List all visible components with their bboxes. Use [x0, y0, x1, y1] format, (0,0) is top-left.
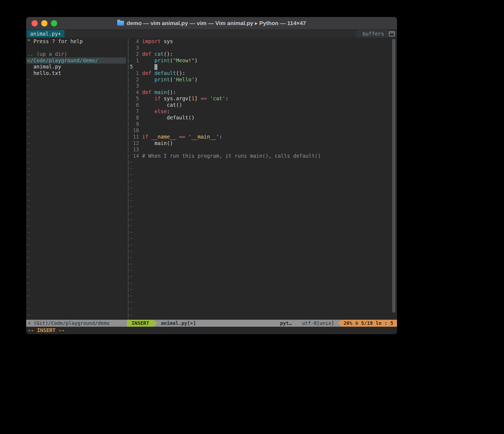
tilde-line: |~	[127, 280, 397, 287]
tilde-line: ~	[27, 210, 126, 216]
code-line[interactable]: |1 print("Meow!")	[127, 57, 397, 64]
code-token: __name__	[151, 134, 176, 140]
line-number: 12	[130, 140, 139, 147]
code-line[interactable]: |11if __name__ == '__main__':	[127, 134, 397, 140]
code-text: def default():	[142, 70, 185, 76]
tilde-line: |~	[127, 286, 397, 293]
window-separator: |	[127, 318, 130, 320]
code-line[interactable]: |5	[127, 64, 397, 70]
code-token: (	[170, 77, 173, 82]
code-line[interactable]: |2def cat():	[127, 51, 397, 57]
tilde-line: ~	[27, 242, 126, 248]
tilde-line: |~	[127, 185, 397, 191]
window-separator: |	[127, 95, 130, 101]
tilde-line: ~	[27, 229, 126, 236]
line-number: 14	[130, 153, 139, 159]
statusline-mode-badge: INSERT	[127, 320, 154, 327]
tilde-line: |~	[127, 172, 397, 178]
tilde-line: ~	[27, 318, 126, 320]
tilde-line: ~	[27, 299, 126, 305]
code-token: print	[154, 77, 170, 82]
tilde-line: ~	[27, 286, 126, 293]
window-separator: |	[127, 77, 130, 82]
powerline-arrow-icon	[338, 320, 341, 327]
code-text: main()	[142, 140, 173, 146]
tree-item[interactable]: hello.txt	[27, 70, 126, 77]
tree-item[interactable]: " Press ? for help	[27, 38, 126, 45]
code-line[interactable]: |2 print('Hello')	[127, 77, 397, 83]
code-token: default()	[142, 115, 194, 120]
tree-item[interactable]: animal.py	[27, 64, 126, 70]
zoom-button[interactable]	[51, 20, 57, 26]
statusline-encoding: utf-8[unix]	[302, 320, 334, 327]
window-separator: |	[127, 108, 130, 114]
nerdtree-pane[interactable]: " Press ? for help.. (up a dir)</Code/pl…	[26, 38, 126, 320]
minimize-button[interactable]	[41, 20, 47, 26]
tilde-line: |~	[127, 159, 397, 166]
code-line[interactable]: |9	[127, 121, 397, 128]
line-number: 1	[130, 57, 139, 64]
code-token: :	[225, 95, 228, 101]
buffers-label[interactable]: buffers	[358, 30, 388, 38]
statusline: < (Git)/Code/playground/demo INSERT anim…	[26, 320, 397, 327]
code-pane[interactable]: |4import sys|3|2def cat():|1 print("Meow…	[126, 38, 397, 320]
tree-item[interactable]: </Code/playground/demo/	[26, 57, 126, 64]
code-line[interactable]: |3	[127, 83, 397, 89]
tree-item[interactable]	[27, 45, 126, 51]
buffers-panel-icon[interactable]	[389, 31, 395, 36]
code-token: ():	[176, 70, 185, 76]
code-line[interactable]: |6 cat()	[127, 102, 397, 108]
window-separator: |	[127, 185, 130, 191]
code-token	[151, 89, 154, 95]
buffer-tab-animal-py[interactable]: animal.py+	[27, 30, 64, 37]
code-line[interactable]: |5 if sys.argv[1] == 'cat':	[127, 95, 397, 102]
code-text: import sys	[142, 38, 173, 44]
code-token	[148, 134, 151, 140]
tilde-line: ~	[27, 185, 126, 191]
powerline-arrow-icon	[355, 30, 358, 38]
tilde-line: ~	[27, 83, 126, 89]
window-separator: |	[127, 197, 130, 203]
code-token	[185, 134, 188, 140]
scrollbar[interactable]	[392, 39, 395, 313]
tilde-line: |~	[127, 216, 397, 223]
statusline-filename: animal.py[+]	[161, 320, 196, 327]
code-line[interactable]: |4def main():	[127, 89, 397, 96]
tilde-line: |~	[127, 318, 397, 320]
traffic-lights	[32, 17, 57, 29]
code-token: import	[142, 38, 161, 44]
tilde-line: ~	[27, 102, 126, 108]
window-separator: |	[127, 159, 130, 165]
code-token: "Meow!"	[173, 57, 195, 63]
window-title-group: demo — vim animal.py — vim — Vim animal.…	[117, 20, 306, 26]
code-line[interactable]: |1def default():	[127, 70, 397, 77]
window-separator: |	[127, 153, 130, 159]
code-token: main	[154, 89, 167, 95]
code-line[interactable]: |12 main()	[127, 140, 397, 147]
window-separator: |	[127, 57, 130, 63]
tilde-line: ~	[27, 197, 126, 204]
code-line[interactable]: |14# When I run this program, it runs ma…	[127, 153, 397, 159]
line-number: 4	[130, 38, 139, 45]
tilde-line: ~	[27, 280, 126, 287]
tilde-line: |~	[127, 197, 397, 204]
tilde-line: |~	[127, 204, 397, 210]
tilde-line: ~	[27, 146, 126, 153]
code-line[interactable]: |10	[127, 127, 397, 134]
code-line[interactable]: |8 default()	[127, 115, 397, 121]
tree-item[interactable]: .. (up a dir)	[27, 51, 126, 57]
code-line[interactable]: |3	[127, 45, 397, 51]
window-separator: |	[127, 172, 130, 178]
code-line[interactable]: |7 else:	[127, 108, 397, 115]
tilde-line: ~	[27, 77, 126, 83]
tilde-line: ~	[27, 178, 126, 185]
tilde-line: ~	[27, 159, 126, 166]
window-separator: |	[127, 134, 130, 140]
code-line[interactable]: |13	[127, 146, 397, 153]
titlebar[interactable]: demo — vim animal.py — vim — Vim animal.…	[26, 17, 397, 30]
close-button[interactable]	[32, 20, 38, 26]
line-number: 10	[130, 127, 139, 134]
code-token: cat()	[142, 102, 182, 108]
code-text: print("Meow!")	[142, 57, 198, 63]
code-line[interactable]: |4import sys	[127, 38, 397, 45]
